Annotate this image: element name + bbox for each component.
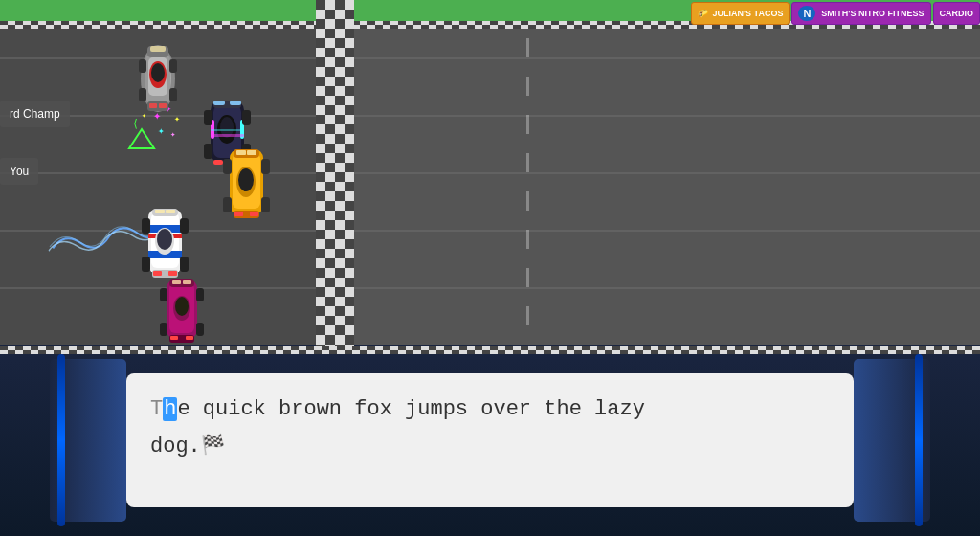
flag-icon: 🏁 bbox=[201, 435, 225, 457]
svg-point-43 bbox=[238, 168, 254, 191]
svg-rect-34 bbox=[204, 110, 212, 125]
svg-rect-50 bbox=[223, 159, 232, 174]
svg-rect-84 bbox=[160, 288, 167, 302]
fitness-logo: N bbox=[798, 6, 815, 21]
svg-rect-85 bbox=[196, 288, 204, 302]
svg-rect-66 bbox=[166, 210, 175, 213]
lane-line bbox=[354, 230, 980, 232]
taco-icon: 🌮 bbox=[698, 9, 708, 18]
svg-rect-83 bbox=[186, 336, 193, 340]
untyped-text: e quick brown fox jumps over the lazy bbox=[177, 397, 644, 421]
svg-rect-53 bbox=[261, 197, 270, 212]
lane-line bbox=[354, 287, 980, 289]
lane-line bbox=[0, 172, 325, 174]
svg-marker-15 bbox=[129, 129, 154, 148]
svg-rect-79 bbox=[172, 280, 181, 284]
typing-text-line2: dog.🏁 bbox=[150, 430, 830, 463]
svg-rect-46 bbox=[247, 150, 256, 155]
svg-rect-7 bbox=[150, 46, 166, 52]
champ-label-text: rd Champ bbox=[10, 107, 60, 121]
svg-text:✦: ✦ bbox=[170, 130, 176, 140]
game-area: 🌮 JULIAN'S TACOS N SMITH'S NITRO FITNESS… bbox=[0, 0, 980, 354]
svg-text:⟨: ⟨ bbox=[132, 118, 139, 131]
svg-rect-45 bbox=[236, 150, 246, 155]
svg-rect-12 bbox=[169, 59, 177, 73]
typing-area[interactable]: The quick brown fox jumps over the lazy … bbox=[126, 373, 854, 507]
ad-fitness-label: SMITH'S NITRO FITNESS bbox=[821, 9, 924, 18]
svg-point-77 bbox=[175, 297, 189, 316]
ad-tacos-label: JULIAN'S TACOS bbox=[712, 9, 783, 18]
untyped-text-2: dog. bbox=[150, 435, 201, 458]
svg-rect-86 bbox=[160, 323, 167, 336]
svg-rect-14 bbox=[169, 88, 177, 101]
svg-rect-36 bbox=[204, 144, 212, 159]
road-right bbox=[354, 0, 980, 354]
svg-point-5 bbox=[151, 63, 165, 82]
svg-rect-72 bbox=[142, 257, 150, 272]
road-bottom-border bbox=[0, 346, 980, 354]
player-label-champ: rd Champ bbox=[0, 100, 70, 127]
svg-rect-51 bbox=[261, 159, 270, 174]
svg-rect-31 bbox=[230, 100, 241, 105]
typed-text: T bbox=[150, 397, 163, 421]
svg-rect-10 bbox=[159, 103, 167, 108]
you-label-text: You bbox=[10, 165, 29, 178]
ad-fitness[interactable]: N SMITH'S NITRO FITNESS bbox=[791, 2, 930, 25]
svg-rect-70 bbox=[142, 218, 150, 234]
right-decoration bbox=[854, 359, 930, 522]
svg-rect-39 bbox=[211, 129, 244, 131]
svg-rect-71 bbox=[180, 218, 189, 234]
ad-cardio-label: CARDIO bbox=[940, 9, 974, 18]
svg-rect-82 bbox=[170, 336, 178, 340]
svg-rect-52 bbox=[223, 197, 232, 212]
svg-rect-48 bbox=[234, 212, 243, 216]
svg-rect-87 bbox=[196, 323, 204, 336]
player-label-you: You bbox=[0, 158, 38, 185]
car-1 bbox=[134, 38, 182, 120]
svg-rect-30 bbox=[213, 100, 225, 105]
car-player bbox=[220, 142, 273, 228]
ad-bar: 🌮 JULIAN'S TACOS N SMITH'S NITRO FITNESS… bbox=[691, 0, 980, 27]
lane-line bbox=[354, 115, 980, 117]
left-decoration bbox=[50, 359, 126, 522]
ad-tacos[interactable]: 🌮 JULIAN'S TACOS bbox=[691, 2, 790, 25]
lane-line bbox=[354, 172, 980, 174]
ad-cardio[interactable]: CARDIO bbox=[933, 2, 981, 25]
car-5 bbox=[158, 273, 206, 349]
svg-point-63 bbox=[157, 229, 172, 250]
svg-rect-49 bbox=[250, 212, 258, 216]
svg-text:✦: ✦ bbox=[158, 125, 165, 137]
svg-rect-11 bbox=[139, 59, 146, 73]
typing-text-line1: The quick brown fox jumps over the lazy bbox=[150, 392, 830, 426]
svg-rect-80 bbox=[183, 280, 191, 284]
dashed-center-line bbox=[526, 0, 529, 354]
svg-rect-38 bbox=[211, 134, 244, 137]
svg-rect-73 bbox=[180, 257, 189, 272]
svg-rect-35 bbox=[242, 110, 251, 125]
lane-line bbox=[354, 57, 980, 59]
svg-rect-9 bbox=[149, 103, 157, 108]
road-divider bbox=[316, 0, 354, 354]
svg-rect-65 bbox=[155, 210, 165, 213]
bottom-panel: The quick brown fox jumps over the lazy … bbox=[0, 345, 980, 536]
current-char: h bbox=[163, 397, 177, 421]
svg-rect-13 bbox=[139, 88, 146, 101]
